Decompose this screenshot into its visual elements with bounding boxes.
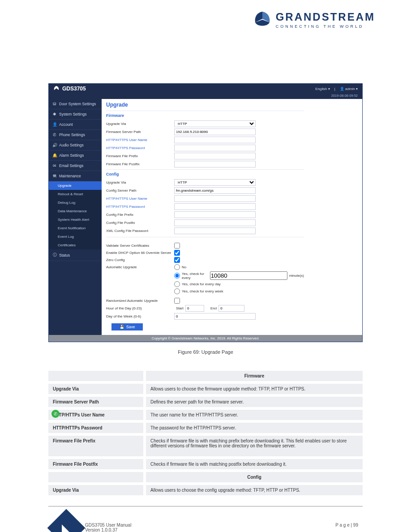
- page-title: Upgrade: [106, 102, 304, 108]
- checkbox-validate-cert[interactable]: [174, 243, 180, 249]
- sidebar-icon: 🔊: [52, 143, 57, 147]
- radio-auto-every[interactable]: [174, 273, 180, 279]
- table-field-desc: Defines the server path for the firmware…: [146, 397, 363, 407]
- label-cfg-via: Upgrade Via: [106, 180, 174, 184]
- sidebar-item[interactable]: 🔔Alarm Settings: [49, 150, 102, 161]
- sidebar-item[interactable]: ⛁Door System Settings: [49, 99, 102, 109]
- sidebar-subitem[interactable]: Event Log: [49, 232, 102, 241]
- sidebar: ⛁Door System Settings✱System Settings👤Ac…: [49, 99, 102, 335]
- input-cfg-xmlpass[interactable]: [174, 227, 256, 234]
- label-auto-upgrade: Automatic Upgrade: [106, 265, 174, 269]
- user-menu[interactable]: 👤 admin ▾: [340, 87, 358, 91]
- call-badge[interactable]: ✆: [51, 410, 60, 418]
- table-field-name: Firmware File Postfix: [48, 459, 143, 469]
- sidebar-item[interactable]: 👤Account: [49, 120, 102, 130]
- sidebar-item-status[interactable]: ⓘ Status: [49, 249, 102, 261]
- sidebar-icon: ✆: [52, 133, 57, 137]
- table-field-desc: Allows users to choose the config upgrad…: [146, 485, 363, 495]
- table-field-desc: Checks if firmware file is with matching…: [146, 459, 363, 469]
- sidebar-subitem[interactable]: System Health Alert: [49, 215, 102, 224]
- brand-logo-icon: [253, 10, 272, 30]
- label-cfg-user: HTTP/HTTPS User Name: [106, 197, 174, 201]
- document-footer: ◣ GDS3705 User Manual P a g e | 99 Versi…: [48, 506, 363, 532]
- table-field-name: Firmware Server Path: [48, 397, 143, 407]
- table-field-desc: Checks if firmware file is with matching…: [146, 436, 363, 456]
- checkbox-dhcp66[interactable]: [174, 250, 180, 256]
- save-icon: 💾: [120, 325, 124, 329]
- label-day-of-week: Day of the Week (0-6): [106, 314, 174, 318]
- input-fw-path[interactable]: [174, 129, 256, 135]
- phone-icon: ✆: [54, 412, 57, 416]
- radio-auto-week[interactable]: [174, 288, 180, 294]
- checkbox-rand-upgrade[interactable]: [174, 298, 180, 304]
- sidebar-icon: 🛠: [52, 174, 57, 178]
- sidebar-subitem[interactable]: Event Notification: [49, 224, 102, 232]
- sidebar-item-label: Maintenance: [59, 174, 81, 178]
- sidebar-item[interactable]: ✉Email Settings: [49, 161, 102, 171]
- document-header: GRANDSTREAM CONNECTING THE WORLD: [0, 0, 411, 34]
- sidebar-item-label: Account: [59, 122, 73, 127]
- label-fw-pass: HTTP/HTTPS Password: [106, 146, 174, 150]
- label-dhcp66: Enable DHCP Option 66 Override Server: [106, 251, 174, 255]
- label-fw-via: Upgrade Via: [106, 122, 174, 126]
- sidebar-subitem[interactable]: Data Maintenance: [49, 207, 102, 215]
- sidebar-icon: ✱: [52, 112, 57, 116]
- sidebar-icon: ⛁: [52, 102, 57, 106]
- sidebar-item[interactable]: 🔊Audio Settings: [49, 140, 102, 150]
- label-cfg-postfix: Config File Postfix: [106, 221, 174, 225]
- info-icon: ⓘ: [52, 252, 57, 258]
- footer-logo-icon: ◣: [47, 509, 86, 532]
- sidebar-item-label: Audio Settings: [59, 143, 84, 147]
- footer-title: GDS3705 User Manual: [85, 523, 131, 528]
- input-auto-minutes[interactable]: [210, 271, 287, 280]
- sidebar-subitem[interactable]: Upgrade: [49, 181, 102, 190]
- input-cfg-user[interactable]: [174, 195, 256, 202]
- input-hour-start[interactable]: [185, 305, 204, 312]
- brand-logo: GRANDSTREAM CONNECTING THE WORLD: [253, 10, 375, 30]
- input-cfg-pass[interactable]: [174, 203, 256, 210]
- input-fw-pass[interactable]: [174, 145, 256, 151]
- sidebar-item-label: System Settings: [59, 112, 86, 116]
- table-field-name: HTTP/HTTPs User Name: [48, 410, 143, 420]
- sidebar-subitem[interactable]: Debug Log: [49, 198, 102, 207]
- sidebar-item[interactable]: ✆Phone Settings: [49, 130, 102, 140]
- radio-auto-day[interactable]: [174, 281, 180, 287]
- sidebar-item-label: Status: [59, 253, 70, 257]
- table-section-header: Firmware: [146, 371, 363, 381]
- app-logo-icon: [53, 86, 60, 92]
- input-day-of-week[interactable]: [174, 313, 256, 320]
- table-field-name: HTTP/HTTPs Password: [48, 423, 143, 433]
- save-button[interactable]: 💾 Save: [111, 323, 143, 330]
- input-cfg-postfix[interactable]: [174, 219, 256, 226]
- radio-auto-no[interactable]: [174, 264, 180, 270]
- input-cfg-prefix[interactable]: [174, 211, 256, 218]
- input-fw-postfix[interactable]: [174, 161, 256, 167]
- sidebar-subitem[interactable]: Reboot & Reset: [49, 190, 102, 198]
- table-field-desc: The password for the HTTP/HTTPS server.: [146, 423, 363, 433]
- page-number: P a g e | 99: [335, 523, 358, 528]
- sidebar-item[interactable]: ✱System Settings: [49, 109, 102, 120]
- table-section-header: Config: [146, 472, 363, 482]
- sidebar-subitem[interactable]: Certificates: [49, 241, 102, 249]
- brand-tagline: CONNECTING THE WORLD: [276, 24, 375, 29]
- footer-version: Version 1.0.0.37: [85, 528, 363, 532]
- app-footer: Copyright © Grandstream Networks, Inc. 2…: [49, 335, 362, 342]
- sidebar-item-label: Alarm Settings: [59, 153, 84, 158]
- input-fw-user[interactable]: [174, 137, 256, 143]
- label-fw-user: HTTP/HTTPS User Name: [106, 138, 174, 142]
- product-name: GDS3705: [62, 86, 86, 92]
- select-fw-via[interactable]: HTTP: [174, 120, 256, 127]
- sidebar-icon: ✉: [52, 163, 57, 168]
- sidebar-item[interactable]: 🛠Maintenance: [49, 171, 102, 181]
- input-cfg-path[interactable]: [174, 187, 256, 194]
- language-selector[interactable]: English ▾: [315, 87, 330, 91]
- select-cfg-via[interactable]: HTTP: [174, 179, 256, 186]
- label-fw-postfix: Firmware File Postfix: [106, 162, 174, 166]
- input-hour-end[interactable]: [218, 305, 244, 312]
- label-end: End: [210, 306, 217, 310]
- label-validate-cert: Validate Server Certificates: [106, 244, 174, 248]
- checkbox-zero-config[interactable]: [174, 257, 180, 263]
- label-rand-upgrade: Randomized Automatic Upgrade: [106, 299, 174, 303]
- input-fw-prefix[interactable]: [174, 153, 256, 159]
- figure-caption: Figure 69: Upgrade Page: [0, 349, 411, 355]
